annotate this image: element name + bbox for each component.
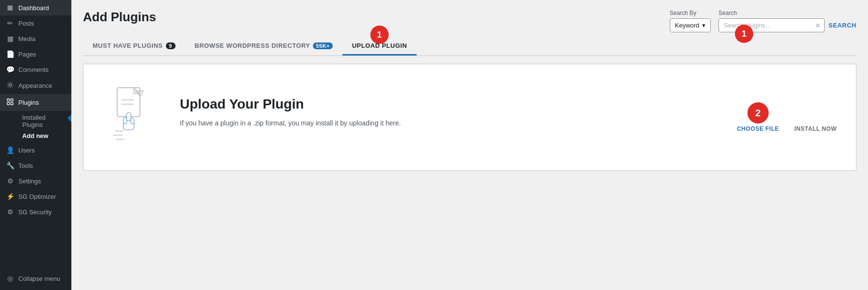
search-button[interactable]: SEARCH (828, 19, 856, 32)
svg-point-0 (9, 83, 11, 86)
clear-icon[interactable]: ✕ (815, 22, 821, 29)
comments-icon: 💬 (6, 66, 14, 73)
install-now-label[interactable]: INSTALL NOW (794, 125, 837, 132)
sidebar: ⊞ Dashboard ✏ Posts ▦ Media 📄 Pages 💬 Co… (0, 0, 71, 290)
sidebar-item-posts[interactable]: ✏ Posts (0, 15, 71, 31)
plugins-submenu: Installed Plugins Add new (0, 111, 71, 142)
page-title: Add Plugins (83, 10, 156, 25)
step2-badge: 2 (747, 102, 769, 124)
search-by-label: Search By (670, 10, 711, 16)
sidebar-item-tools[interactable]: 🔧 Tools (0, 158, 71, 173)
upload-illustration (103, 83, 161, 141)
sidebar-sub-add-new[interactable]: Add new (18, 130, 71, 141)
search-by-group: Search By Keyword ▾ (670, 10, 711, 32)
svg-rect-10 (123, 117, 127, 124)
main-content: Add Plugins Search By Keyword ▾ Search ✕… (71, 0, 868, 290)
search-input[interactable] (719, 18, 825, 32)
sidebar-item-plugins-wrapper: Plugins Installed Plugins Add new (0, 94, 71, 142)
sidebar-sub-installed-plugins[interactable]: Installed Plugins (18, 112, 71, 130)
sidebar-item-users[interactable]: 👤 Users (0, 142, 71, 158)
sidebar-item-dashboard[interactable]: ⊞ Dashboard (0, 0, 71, 15)
step1-badge: 1 (735, 25, 753, 43)
appearance-icon (6, 81, 14, 90)
media-icon: ▦ (6, 35, 14, 42)
choose-file-group: 2 CHOOSE FILE (737, 102, 779, 132)
upload-actions: 2 CHOOSE FILE INSTALL NOW (737, 102, 837, 132)
plugins-icon (6, 98, 14, 107)
tab-browse[interactable]: BROWSE WORDPRESS DIRECTORY 55K+ (185, 37, 342, 55)
install-now-group: INSTALL NOW (794, 102, 837, 132)
actions-row: 2 CHOOSE FILE INSTALL NOW (737, 102, 837, 132)
tab-must-have-label: MUST HAVE PLUGINS (93, 42, 163, 49)
svg-rect-3 (7, 102, 10, 105)
tab-must-have-badge: 9 (166, 42, 176, 49)
tab-browse-badge: 55K+ (313, 42, 333, 49)
collapse-icon: ◎ (6, 275, 14, 282)
sidebar-item-sg-security[interactable]: ⚙ SG Security (0, 204, 71, 220)
svg-rect-11 (131, 118, 134, 124)
tab-upload[interactable]: UPLOAD PLUGIN 1 (342, 37, 417, 55)
svg-rect-4 (11, 102, 13, 105)
dashboard-icon: ⊞ (6, 4, 14, 12)
svg-rect-1 (7, 99, 10, 101)
sidebar-item-pages[interactable]: 📄 Pages (0, 46, 71, 62)
search-area: Search By Keyword ▾ Search ✕ SEARCH (670, 10, 856, 32)
choose-file-label[interactable]: CHOOSE FILE (737, 125, 779, 132)
sidebar-item-appearance[interactable]: Appearance (0, 77, 71, 94)
settings-icon: ⚙ (6, 177, 14, 185)
svg-rect-2 (11, 99, 13, 101)
sg-optimizer-icon: ⚡ (6, 193, 14, 200)
sidebar-bottom: ◎ Collapse menu (0, 267, 71, 290)
keyword-select[interactable]: Keyword ▾ (670, 18, 711, 32)
pages-icon: 📄 (6, 50, 14, 58)
collapse-menu-button[interactable]: ◎ Collapse menu (0, 271, 71, 286)
tools-icon: 🔧 (6, 162, 14, 169)
sg-security-icon: ⚙ (6, 208, 14, 216)
sidebar-item-sg-optimizer[interactable]: ⚡ SG Optimizer (0, 189, 71, 204)
step1-tab-badge: 1 (370, 26, 389, 44)
users-icon: 👤 (6, 146, 14, 154)
search-input-wrap: ✕ (719, 18, 825, 32)
posts-icon: ✏ (6, 19, 14, 27)
upload-section: 1 (83, 64, 856, 171)
sidebar-item-comments[interactable]: 💬 Comments (0, 62, 71, 77)
search-label: Search (719, 10, 856, 16)
tab-browse-label: BROWSE WORDPRESS DIRECTORY (195, 42, 311, 49)
sidebar-item-settings[interactable]: ⚙ Settings (0, 173, 71, 189)
tab-must-have[interactable]: MUST HAVE PLUGINS 9 (83, 37, 185, 55)
sidebar-item-plugins[interactable]: Plugins (0, 94, 71, 111)
keyword-label: Keyword (675, 22, 700, 29)
sidebar-item-media[interactable]: ▦ Media (0, 31, 71, 46)
chevron-down-icon: ▾ (702, 22, 705, 29)
